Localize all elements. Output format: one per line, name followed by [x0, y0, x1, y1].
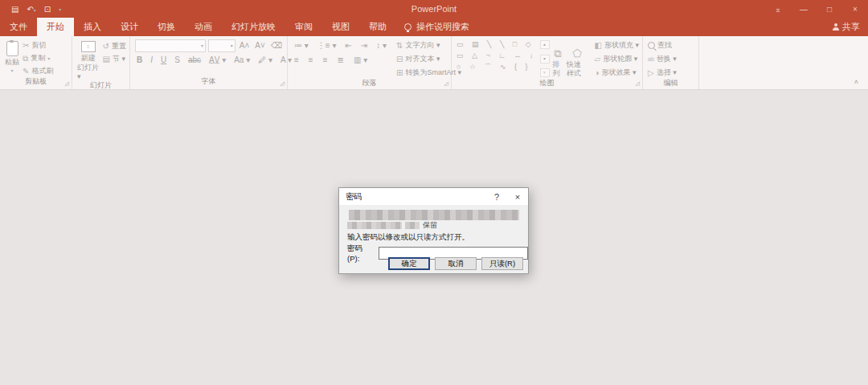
- dialog-title: 密码: [346, 191, 362, 203]
- font-size-dropdown-icon[interactable]: ▾: [231, 43, 233, 48]
- paste-dropdown-icon[interactable]: ▾: [10, 68, 13, 73]
- save-icon[interactable]: ▤: [11, 5, 18, 14]
- tab-review[interactable]: 审阅: [285, 18, 322, 36]
- group-drawing: ▭ ▤ ╲ ╲ □ ◇ ▭ △ ¬ ∟ ↔ ↓ ○ ☆ ⌒ ∿ { } ▴ ▾ …: [452, 36, 643, 89]
- grow-font-button[interactable]: A˄: [238, 41, 252, 50]
- ribbon-display-options-icon[interactable]: ⌅: [765, 0, 791, 18]
- shrink-font-button[interactable]: A˅: [253, 41, 267, 50]
- window-controls: ⌅ — □ ×: [765, 0, 868, 18]
- shape-fill-button[interactable]: ◧形状填充 ▾: [595, 40, 639, 51]
- align-right-button[interactable]: ≡: [321, 55, 330, 64]
- shapes-row-2[interactable]: ▭ △ ¬ ∟ ↔ ↓: [457, 51, 537, 61]
- cut-button[interactable]: ✂剪切: [23, 40, 53, 51]
- clear-formatting-icon[interactable]: ⌫: [269, 41, 284, 50]
- tab-slideshow[interactable]: 幻灯片放映: [222, 18, 285, 36]
- shape-outline-button[interactable]: ▱形状轮廓 ▾: [595, 54, 639, 64]
- group-paragraph-label: 段落: [288, 78, 451, 91]
- help-icon[interactable]: ?: [486, 188, 507, 205]
- start-slideshow-icon[interactable]: ⊡: [44, 5, 51, 14]
- new-slide-button[interactable]: ≡ 新建 幻灯片 ▾: [77, 39, 100, 80]
- select-button[interactable]: ▷选择 ▾: [648, 68, 677, 78]
- font-size-combo[interactable]: ▾: [208, 39, 235, 52]
- gallery-more-icon[interactable]: ▿: [540, 68, 550, 77]
- replace-label: 替换 ▾: [657, 55, 677, 63]
- redacted-line: 保留: [347, 221, 521, 230]
- cancel-button[interactable]: 取消: [435, 257, 477, 270]
- format-painter-label: 格式刷: [31, 67, 53, 75]
- quick-styles-label: 快速样式: [567, 60, 588, 77]
- gallery-up-icon[interactable]: ▴: [540, 40, 550, 49]
- tab-animations[interactable]: 动画: [185, 18, 222, 36]
- tell-me-label: 操作说明搜索: [416, 21, 469, 33]
- tab-insert[interactable]: 插入: [74, 18, 111, 36]
- undo-icon[interactable]: ↶▾: [27, 5, 35, 14]
- font-name-combo[interactable]: ▾: [135, 39, 206, 52]
- copy-dropdown-icon[interactable]: ▾: [47, 55, 50, 61]
- customize-qat-icon[interactable]: ▾: [59, 6, 61, 12]
- bold-button[interactable]: B: [135, 55, 144, 64]
- close-icon[interactable]: ×: [842, 0, 868, 18]
- group-editing-label: 编辑: [643, 78, 698, 91]
- paste-button[interactable]: 粘贴 ▾: [5, 39, 19, 76]
- format-painter-button[interactable]: ✎格式刷: [23, 66, 53, 76]
- shapes-row-1[interactable]: ▭ ▤ ╲ ╲ □ ◇: [457, 39, 537, 50]
- section-button[interactable]: ▤节 ▾: [103, 54, 126, 64]
- tab-help[interactable]: 帮助: [359, 18, 396, 36]
- undo-dropdown-icon[interactable]: ▾: [34, 8, 36, 13]
- font-dialog-launcher-icon[interactable]: ◿: [280, 80, 285, 87]
- tab-transitions[interactable]: 切换: [148, 18, 185, 36]
- reset-button[interactable]: ↺重置: [103, 41, 126, 51]
- increase-indent-button[interactable]: ⇥: [359, 41, 369, 50]
- line-spacing-button[interactable]: ↕ ▾: [375, 41, 388, 50]
- italic-button[interactable]: I: [149, 55, 154, 64]
- tab-file[interactable]: 文件: [0, 18, 37, 36]
- underline-button[interactable]: U: [159, 55, 168, 64]
- clipboard-dialog-launcher-icon[interactable]: ◿: [65, 80, 69, 87]
- character-spacing-button[interactable]: A̲V̲ ▾: [207, 55, 227, 64]
- align-text-label: 对齐文本 ▾: [405, 55, 440, 63]
- copy-button[interactable]: ⧉复制▾: [23, 53, 53, 63]
- dialog-title-bar[interactable]: 密码 ? ×: [339, 188, 528, 205]
- dialog-close-icon[interactable]: ×: [507, 188, 528, 205]
- format-painter-icon: ✎: [23, 68, 29, 76]
- gallery-down-icon[interactable]: ▾: [540, 55, 550, 63]
- arrange-button[interactable]: ⧉ 排列: [553, 39, 563, 78]
- collapse-ribbon-icon[interactable]: ˄: [854, 78, 858, 86]
- align-left-button[interactable]: ≡: [293, 55, 301, 64]
- group-clipboard-label: 剪贴板: [0, 76, 72, 89]
- shapes-gallery[interactable]: ▭ ▤ ╲ ╲ □ ◇ ▭ △ ¬ ∟ ↔ ↓ ○ ☆ ⌒ ∿ { }: [457, 39, 537, 78]
- password-dialog: 密码 ? × 保留 输入密码以修改或以只读方式打开。 密码(P): 确定 取消 …: [338, 187, 529, 274]
- readonly-button[interactable]: 只读(R): [481, 257, 523, 270]
- ribbon: 粘贴 ▾ ✂剪切 ⧉复制▾ ✎格式刷 剪贴板 ◿ ≡ 新建 幻灯片 ▾ ↺重置 …: [0, 36, 868, 90]
- select-label: 选择 ▾: [657, 68, 677, 76]
- tab-home[interactable]: 开始: [37, 18, 74, 36]
- align-center-button[interactable]: ≡: [307, 55, 315, 64]
- quick-styles-button[interactable]: ⬠ 快速样式: [567, 39, 588, 78]
- find-button[interactable]: 查找: [648, 40, 677, 51]
- replace-button[interactable]: ab替换 ▾: [648, 54, 677, 64]
- columns-button[interactable]: ▥ ▾: [352, 55, 369, 64]
- bullets-button[interactable]: ≔ ▾: [293, 41, 310, 50]
- change-case-button[interactable]: Aa ▾: [232, 55, 252, 64]
- share-button[interactable]: 共享: [833, 18, 860, 36]
- highlight-color-button[interactable]: 🖉 ▾: [256, 55, 274, 64]
- drawing-dialog-launcher-icon[interactable]: ◿: [636, 80, 640, 87]
- ok-button[interactable]: 确定: [388, 257, 430, 270]
- shapes-row-3[interactable]: ○ ☆ ⌒ ∿ { }: [457, 62, 537, 72]
- decrease-indent-button[interactable]: ⇤: [343, 41, 353, 50]
- shape-outline-icon: ▱: [595, 55, 601, 63]
- share-label: 共享: [842, 21, 860, 33]
- tell-me-search[interactable]: 操作说明搜索: [396, 18, 477, 36]
- font-name-dropdown-icon[interactable]: ▾: [201, 43, 203, 48]
- text-shadow-button[interactable]: S: [173, 55, 182, 64]
- ribbon-spacer: ˄: [699, 36, 868, 89]
- strikethrough-button[interactable]: abc: [186, 55, 203, 64]
- shape-effects-button[interactable]: ◑形状效果 ▾: [595, 68, 639, 78]
- tab-design[interactable]: 设计: [111, 18, 148, 36]
- justify-button[interactable]: ≣: [336, 55, 346, 64]
- maximize-icon[interactable]: □: [817, 0, 842, 18]
- numbering-button[interactable]: ⋮≡ ▾: [316, 41, 338, 50]
- minimize-icon[interactable]: —: [791, 0, 817, 18]
- paragraph-dialog-launcher-icon[interactable]: ◿: [444, 80, 448, 87]
- tab-view[interactable]: 视图: [322, 18, 359, 36]
